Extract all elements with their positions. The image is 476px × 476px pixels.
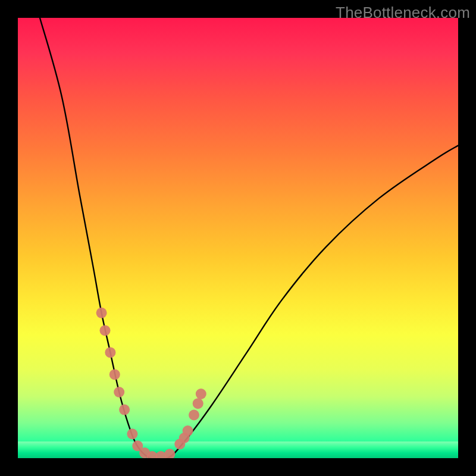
marker-dot — [189, 410, 199, 421]
marker-dot — [164, 449, 175, 458]
marker-dot — [183, 425, 193, 436]
marker-dot — [119, 405, 130, 415]
highlight-dots — [96, 308, 206, 458]
marker-dot — [193, 398, 203, 409]
marker-dot — [100, 325, 111, 336]
chart-svg — [18, 18, 458, 458]
outer-frame: TheBottleneck.com — [0, 0, 476, 476]
marker-dot — [105, 347, 115, 358]
marker-dot — [127, 428, 137, 439]
marker-dot — [114, 387, 124, 397]
marker-dot — [96, 308, 107, 318]
marker-dot — [196, 389, 206, 399]
plot-area — [18, 18, 458, 458]
marker-dot — [109, 369, 120, 380]
bottleneck-curve — [40, 18, 458, 458]
